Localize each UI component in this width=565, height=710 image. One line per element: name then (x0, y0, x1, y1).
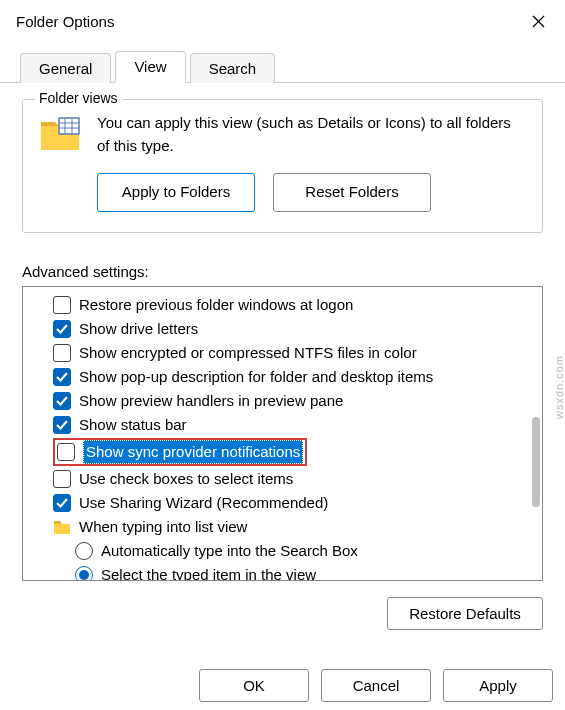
scrollbar-thumb[interactable] (532, 417, 540, 507)
radio-icon[interactable] (75, 542, 93, 560)
list-item[interactable]: Show pop-up description for folder and d… (27, 365, 538, 389)
watermark: wsxdn.com (553, 355, 565, 419)
checkbox-icon[interactable] (53, 320, 71, 338)
folder-views-legend: Folder views (35, 90, 122, 106)
apply-button[interactable]: Apply (443, 669, 553, 702)
list-item[interactable]: Automatically type into the Search Box (27, 539, 538, 563)
advanced-settings-label: Advanced settings: (22, 263, 543, 280)
checkbox-icon[interactable] (53, 470, 71, 488)
advanced-settings-list: Restore previous folder windows at logon… (22, 286, 543, 581)
window-title: Folder Options (16, 13, 114, 30)
checkbox-icon[interactable] (53, 368, 71, 386)
list-item[interactable]: When typing into list view (27, 515, 538, 539)
list-item[interactable]: Use Sharing Wizard (Recommended) (27, 491, 538, 515)
highlighted-item: Show sync provider notifications (53, 438, 307, 466)
checkbox-icon[interactable] (53, 494, 71, 512)
radio-icon[interactable] (75, 566, 93, 581)
list-item[interactable]: Show sync provider notifications (27, 437, 538, 467)
checkbox-icon[interactable] (53, 392, 71, 410)
list-item[interactable]: Use check boxes to select items (27, 467, 538, 491)
checkbox-icon[interactable] (53, 344, 71, 362)
svg-rect-2 (59, 118, 79, 134)
checkbox-icon[interactable] (57, 443, 75, 461)
close-icon (532, 15, 545, 28)
folder-views-description: You can apply this view (such as Details… (97, 112, 526, 157)
list-item[interactable]: Restore previous folder windows at logon (27, 293, 538, 317)
list-item[interactable]: Show preview handlers in preview pane (27, 389, 538, 413)
tab-search[interactable]: Search (190, 53, 276, 83)
list-item[interactable]: Show drive letters (27, 317, 538, 341)
tab-general[interactable]: General (20, 53, 111, 83)
list-item[interactable]: Select the typed item in the view (27, 563, 538, 581)
folder-views-group: Folder views You can apply this view (su… (22, 99, 543, 233)
close-button[interactable] (515, 6, 561, 36)
cancel-button[interactable]: Cancel (321, 669, 431, 702)
checkbox-icon[interactable] (53, 416, 71, 434)
dialog-buttons: OK Cancel Apply (199, 669, 553, 702)
reset-folders-button[interactable]: Reset Folders (273, 173, 431, 212)
folder-icon (53, 519, 71, 535)
list-item[interactable]: Show encrypted or compressed NTFS files … (27, 341, 538, 365)
restore-defaults-button[interactable]: Restore Defaults (387, 597, 543, 630)
checkbox-icon[interactable] (53, 296, 71, 314)
list-item[interactable]: Show status bar (27, 413, 538, 437)
folder-icon (39, 116, 81, 152)
tab-view[interactable]: View (115, 51, 185, 83)
apply-to-folders-button[interactable]: Apply to Folders (97, 173, 255, 212)
ok-button[interactable]: OK (199, 669, 309, 702)
tabs: General View Search (0, 50, 565, 83)
